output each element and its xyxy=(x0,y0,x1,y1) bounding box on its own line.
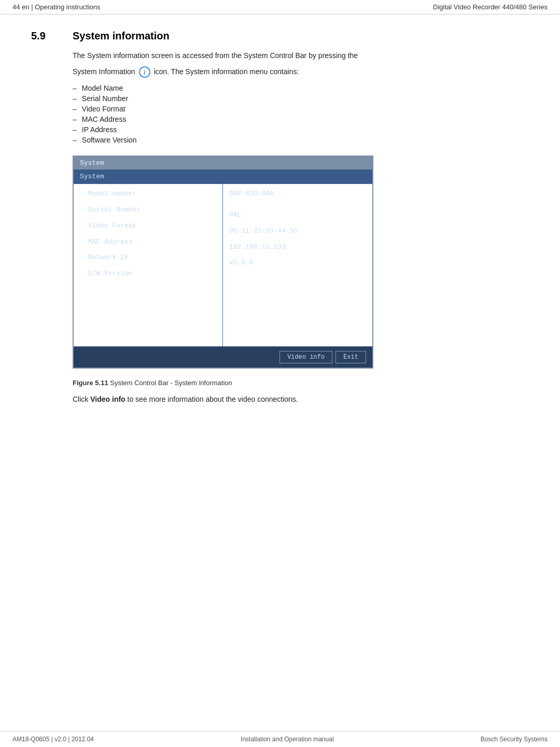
system-dialog: System System · Model number · Serial Nu… xyxy=(73,156,373,369)
dialog-data-rows: · Model number · Serial Number · Video F… xyxy=(74,184,372,284)
dialog-empty-area xyxy=(74,284,372,346)
main-content: 5.9 System information The System inform… xyxy=(0,15,560,426)
page-footer: AM18-Q0605 | v2.0 | 2012.04 Installation… xyxy=(0,731,560,747)
list-item: Model Name xyxy=(73,83,529,93)
dialog-values-column: DVR-630-08A PAL 00-11-22-33-44-55 192.16… xyxy=(223,184,372,284)
section-title: System information xyxy=(73,30,170,42)
click-instruction: Click Video info to see more information… xyxy=(73,394,529,405)
list-item: Video Format xyxy=(73,104,529,114)
list-item: Serial Number xyxy=(73,93,529,104)
exit-button[interactable]: Exit xyxy=(335,351,366,363)
label-network-ip: · Network IP xyxy=(74,250,222,266)
dialog-labels-column: · Model number · Serial Number · Video F… xyxy=(74,184,223,284)
label-video-format: · Video Format xyxy=(74,218,222,234)
section-number: 5.9 xyxy=(31,30,73,42)
header-page-info: 44 en | Operating instructions xyxy=(12,3,101,11)
figure-text: System Control Bar - System information xyxy=(108,379,232,387)
body-paragraph-2: System Information i icon. The System in… xyxy=(73,66,529,78)
figure-label: Figure 5.11 xyxy=(73,379,108,387)
label-sw-version: · S/W Version xyxy=(74,266,222,282)
video-info-button[interactable]: Video info xyxy=(279,351,332,363)
value-network-ip: 192.168.13.133 xyxy=(223,239,372,256)
list-item: Software Version xyxy=(73,135,529,145)
system-info-icon: i xyxy=(139,66,150,78)
label-serial-number: · Serial Number xyxy=(74,202,222,218)
footer-center: Installation and Operation manual xyxy=(241,736,333,743)
value-model-number: DVR-630-08A xyxy=(223,186,372,202)
list-item: IP Address xyxy=(73,124,529,135)
body-paragraph-1: The System information screen is accesse… xyxy=(73,50,529,61)
value-video-format: PAL xyxy=(223,207,372,223)
label-mac-address: · MAC Address xyxy=(74,234,222,250)
label-model-number: · Model number xyxy=(74,186,222,202)
dialog-header-row: System xyxy=(74,170,372,184)
header-doc-title: Digital Video Recorder 440/480 Series xyxy=(433,3,548,11)
footer-right: Bosch Security Systems xyxy=(481,736,548,743)
dialog-footer: Video info Exit xyxy=(74,346,372,368)
page-header: 44 en | Operating instructions Digital V… xyxy=(0,0,560,15)
dialog-title: System xyxy=(80,159,104,167)
info-list: Model Name Serial Number Video Format MA… xyxy=(73,83,529,145)
footer-left: AM18-Q0605 | v2.0 | 2012.04 xyxy=(12,736,94,743)
section-header: 5.9 System information xyxy=(31,30,529,42)
value-serial-number xyxy=(223,202,372,207)
value-sw-version: v2.0.0 xyxy=(223,255,372,271)
value-mac-address: 00-11-22-33-44-55 xyxy=(223,223,372,239)
dialog-title-bar: System xyxy=(74,157,372,170)
figure-caption: Figure 5.11 System Control Bar - System … xyxy=(73,379,529,387)
list-item: MAC Address xyxy=(73,114,529,124)
